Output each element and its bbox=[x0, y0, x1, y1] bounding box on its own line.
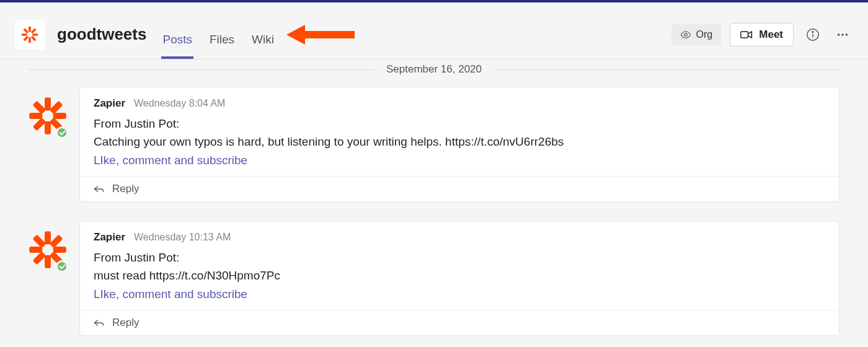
post-body: Zapier Wednesday 10:13 AM From Justin Po… bbox=[80, 221, 839, 310]
svg-rect-18 bbox=[45, 97, 51, 110]
zapier-icon bbox=[20, 25, 39, 44]
reply-button[interactable]: Reply bbox=[80, 310, 839, 335]
reply-label: Reply bbox=[112, 317, 139, 329]
svg-point-14 bbox=[812, 31, 813, 32]
svg-point-17 bbox=[846, 33, 848, 36]
info-icon bbox=[806, 28, 820, 42]
svg-rect-24 bbox=[32, 100, 46, 114]
svg-rect-2 bbox=[22, 33, 27, 36]
header-actions: Org Meet bbox=[671, 23, 853, 46]
eye-icon bbox=[680, 29, 691, 40]
svg-point-15 bbox=[838, 33, 840, 36]
svg-rect-6 bbox=[23, 28, 29, 33]
presence-available-icon bbox=[56, 260, 68, 273]
message-line: From Justin Pot: bbox=[94, 115, 825, 133]
reply-button[interactable]: Reply bbox=[80, 176, 839, 201]
svg-rect-5 bbox=[23, 35, 29, 41]
org-button[interactable]: Org bbox=[671, 24, 722, 45]
svg-rect-26 bbox=[45, 231, 51, 244]
sender-name: Zapier bbox=[94, 97, 125, 110]
post-body: Zapier Wednesday 8:04 AM From Justin Pot… bbox=[80, 87, 839, 176]
svg-rect-20 bbox=[29, 113, 42, 119]
posts-content: September 16, 2020 bbox=[0, 59, 868, 336]
reply-arrow-icon bbox=[94, 185, 105, 193]
svg-rect-11 bbox=[741, 32, 748, 38]
post-timestamp: Wednesday 8:04 AM bbox=[134, 98, 225, 109]
tab-posts[interactable]: Posts bbox=[161, 25, 193, 59]
tab-files[interactable]: Files bbox=[208, 25, 236, 59]
org-label: Org bbox=[696, 29, 713, 40]
svg-rect-0 bbox=[29, 26, 31, 32]
post-head: Zapier Wednesday 10:13 AM bbox=[94, 231, 825, 244]
cta-link[interactable]: LIke, comment and subscribe bbox=[94, 288, 825, 301]
channel-header: goodtweets Posts Files Wiki Org Meet bbox=[0, 2, 868, 59]
presence-available-icon bbox=[56, 126, 68, 139]
post-row: Zapier Wednesday 8:04 AM From Justin Pot… bbox=[29, 87, 839, 202]
svg-point-16 bbox=[841, 33, 844, 36]
meet-button[interactable]: Meet bbox=[730, 23, 794, 46]
arrow-left-icon bbox=[286, 24, 355, 46]
svg-rect-29 bbox=[53, 247, 66, 253]
post-row: Zapier Wednesday 10:13 AM From Justin Po… bbox=[29, 221, 839, 336]
svg-point-10 bbox=[684, 33, 687, 36]
post-card: Zapier Wednesday 10:13 AM From Justin Po… bbox=[79, 221, 839, 336]
date-divider: September 16, 2020 bbox=[29, 59, 839, 87]
sender-name: Zapier bbox=[94, 231, 125, 244]
svg-rect-3 bbox=[32, 33, 38, 36]
date-text: September 16, 2020 bbox=[374, 63, 494, 76]
svg-rect-19 bbox=[45, 121, 51, 134]
post-timestamp: Wednesday 10:13 AM bbox=[134, 232, 231, 243]
svg-rect-27 bbox=[45, 255, 51, 268]
svg-rect-21 bbox=[53, 113, 66, 119]
svg-marker-9 bbox=[286, 25, 305, 45]
svg-rect-30 bbox=[50, 234, 63, 248]
channel-logo bbox=[15, 20, 45, 50]
svg-rect-1 bbox=[29, 37, 31, 43]
svg-rect-32 bbox=[32, 234, 46, 248]
video-icon bbox=[740, 30, 753, 40]
svg-rect-28 bbox=[29, 247, 42, 253]
reply-arrow-icon bbox=[94, 318, 105, 327]
avatar bbox=[29, 97, 67, 138]
tab-bar: Posts Files Wiki bbox=[161, 10, 275, 59]
divider-line bbox=[494, 69, 839, 70]
more-horizontal-icon bbox=[836, 28, 849, 42]
channel-name: goodtweets bbox=[57, 25, 146, 44]
more-button[interactable] bbox=[832, 24, 853, 45]
svg-rect-22 bbox=[50, 100, 63, 114]
svg-rect-23 bbox=[32, 118, 46, 131]
post-head: Zapier Wednesday 8:04 AM bbox=[94, 97, 825, 110]
avatar bbox=[29, 231, 67, 271]
annotation-arrow bbox=[286, 24, 355, 46]
meet-label: Meet bbox=[759, 29, 783, 41]
svg-rect-31 bbox=[32, 252, 46, 265]
divider-line bbox=[29, 69, 374, 70]
svg-rect-8 bbox=[301, 31, 355, 38]
post-card: Zapier Wednesday 8:04 AM From Justin Pot… bbox=[79, 87, 839, 202]
info-button[interactable] bbox=[802, 24, 823, 45]
reply-label: Reply bbox=[112, 183, 139, 195]
tab-wiki[interactable]: Wiki bbox=[250, 25, 275, 59]
svg-rect-7 bbox=[31, 35, 37, 41]
message-line: From Justin Pot: bbox=[94, 248, 825, 266]
cta-link[interactable]: LIke, comment and subscribe bbox=[94, 154, 825, 167]
svg-rect-4 bbox=[31, 28, 37, 33]
message-line: Catching your own typos is hard, but lis… bbox=[94, 133, 825, 151]
message-line: must read https://t.co/N30Hpmo7Pc bbox=[94, 266, 825, 284]
